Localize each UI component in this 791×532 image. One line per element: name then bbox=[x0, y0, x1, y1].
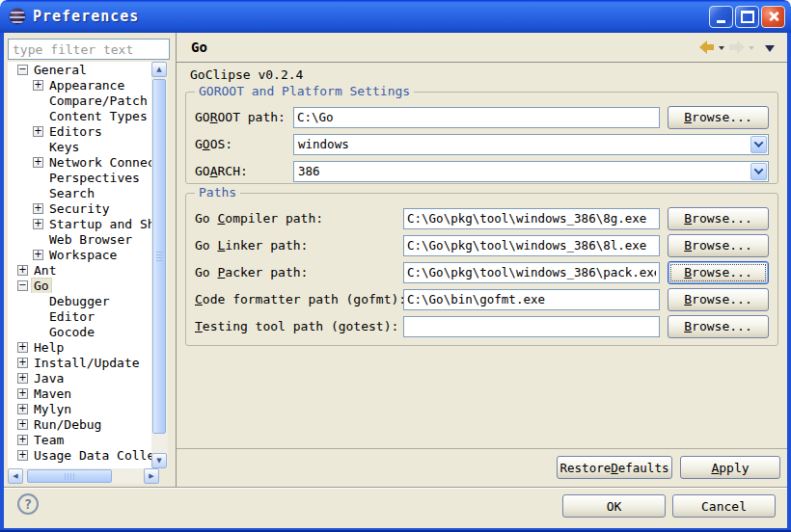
tree-expander-icon[interactable] bbox=[17, 373, 28, 384]
browse-button[interactable]: Browse... bbox=[668, 261, 769, 284]
tree-item[interactable]: Content Types bbox=[8, 108, 151, 123]
view-menu-icon[interactable] bbox=[765, 45, 775, 57]
tree-item[interactable]: Debugger bbox=[8, 293, 151, 308]
chevron-down-icon[interactable] bbox=[750, 163, 767, 180]
cancel-button[interactable]: Cancel bbox=[672, 494, 776, 518]
back-dropdown-icon[interactable] bbox=[719, 46, 724, 53]
tree-item[interactable]: Editors bbox=[8, 123, 151, 139]
forward-arrow-icon[interactable] bbox=[729, 40, 744, 54]
tree-item[interactable]: Ant bbox=[8, 262, 151, 278]
tree-item-label: Startup and Shu bbox=[47, 217, 151, 231]
tree-item[interactable]: Keys bbox=[8, 139, 151, 154]
help-button[interactable]: ? bbox=[17, 493, 39, 515]
preferences-dialog: Preferences General Appearance Compare/P… bbox=[0, 0, 791, 532]
tree-item-label: Debugger bbox=[47, 294, 112, 308]
browse-button[interactable]: Browse... bbox=[668, 106, 769, 129]
scroll-right-icon[interactable]: ▶ bbox=[144, 468, 159, 484]
forward-dropdown-icon[interactable] bbox=[749, 46, 754, 53]
tree-item[interactable]: Network Connect bbox=[8, 154, 151, 170]
tree-expander-icon[interactable] bbox=[17, 435, 28, 445]
tree-item[interactable]: Search bbox=[8, 185, 151, 200]
restore-defaults-button[interactable]: Restore Defaults bbox=[557, 456, 672, 479]
tree-expander-icon[interactable] bbox=[33, 157, 43, 168]
browse-button[interactable]: Browse... bbox=[668, 288, 769, 311]
tree-item[interactable]: Install/Update bbox=[8, 355, 151, 370]
browse-button[interactable]: Browse... bbox=[668, 234, 769, 257]
pane-separator[interactable] bbox=[176, 33, 177, 487]
chevron-down-icon[interactable] bbox=[750, 136, 767, 153]
page-header: Go bbox=[177, 33, 787, 63]
tree-expander-icon[interactable] bbox=[17, 358, 28, 368]
tree-item[interactable]: Compare/Patch bbox=[8, 93, 151, 108]
tree-vertical-scrollbar[interactable]: ▲ ▼ bbox=[151, 62, 168, 468]
path-input[interactable] bbox=[403, 289, 660, 310]
tree-expander-icon[interactable] bbox=[17, 450, 28, 461]
path-input[interactable] bbox=[293, 107, 660, 128]
browse-button[interactable]: Browse... bbox=[668, 207, 769, 230]
title-bar[interactable]: Preferences bbox=[0, 0, 791, 33]
tree-expander-icon[interactable] bbox=[33, 126, 43, 137]
browse-button[interactable]: Browse... bbox=[668, 315, 769, 338]
group-title: GOROOT and Platform Settings bbox=[195, 84, 414, 98]
minimize-button[interactable] bbox=[709, 6, 733, 28]
scroll-down-icon[interactable]: ▼ bbox=[151, 453, 167, 468]
back-arrow-icon[interactable] bbox=[699, 40, 714, 54]
vertical-scroll-thumb[interactable] bbox=[152, 79, 166, 434]
tree-expander-icon[interactable] bbox=[17, 342, 28, 353]
tree-expander-icon[interactable] bbox=[33, 250, 43, 260]
tree-item[interactable]: Gocode bbox=[8, 324, 151, 339]
filter-input[interactable] bbox=[8, 39, 170, 60]
tree-item-label: Help bbox=[32, 340, 66, 355]
form-row: Go Linker path: C:\Go\pkg\tool\windows_3… bbox=[195, 234, 769, 256]
tree-item[interactable]: Perspectives bbox=[8, 170, 151, 185]
tree-expander-icon[interactable] bbox=[17, 265, 28, 276]
tree-item[interactable]: Go bbox=[8, 278, 151, 293]
path-input[interactable] bbox=[403, 235, 660, 256]
combo-select[interactable]: 386 bbox=[293, 161, 769, 182]
tree-horizontal-scrollbar[interactable]: ◀ ▶ bbox=[8, 468, 159, 484]
tree-expander-icon[interactable] bbox=[17, 280, 28, 291]
window-border-right bbox=[787, 33, 791, 532]
path-input[interactable] bbox=[403, 316, 660, 337]
tree-item[interactable]: Web Browser bbox=[8, 231, 151, 247]
apply-button[interactable]: Apply bbox=[680, 456, 780, 479]
tree-item[interactable]: Workspace bbox=[8, 247, 151, 262]
group-title: Paths bbox=[195, 185, 240, 200]
tree-expander-icon[interactable] bbox=[33, 219, 43, 229]
scroll-left-icon[interactable]: ◀ bbox=[8, 468, 23, 484]
horizontal-scroll-thumb[interactable] bbox=[27, 469, 112, 483]
tree-expander-icon[interactable] bbox=[33, 203, 43, 214]
combo-select[interactable]: windows bbox=[293, 134, 769, 155]
tree-item[interactable]: Java bbox=[8, 370, 151, 386]
tree-expander-icon[interactable] bbox=[17, 404, 28, 414]
tree-item-label: Perspectives bbox=[47, 171, 142, 185]
form-row: Testing tool path (gotest): Browse... bbox=[195, 315, 769, 337]
tree-item[interactable]: Appearance bbox=[8, 77, 151, 93]
tree-expander-icon[interactable] bbox=[17, 419, 28, 430]
tree-item[interactable]: Team bbox=[8, 432, 151, 447]
tree-expander-icon[interactable] bbox=[17, 65, 28, 75]
tree-item[interactable]: Editor bbox=[8, 308, 151, 324]
tree-item[interactable]: Help bbox=[8, 339, 151, 355]
field-label: Go Compiler path: bbox=[195, 211, 403, 226]
ok-button[interactable]: OK bbox=[562, 494, 666, 518]
tree-item-label: Team bbox=[32, 433, 66, 447]
tree-item[interactable]: General bbox=[8, 62, 151, 77]
window-controls bbox=[709, 6, 791, 28]
tree-item-label: Content Types bbox=[47, 109, 150, 123]
tree-expander-icon[interactable] bbox=[33, 80, 43, 91]
tree-expander-icon[interactable] bbox=[17, 388, 28, 399]
scroll-up-icon[interactable]: ▲ bbox=[151, 62, 167, 77]
preferences-tree: General Appearance Compare/Patch Content… bbox=[8, 62, 151, 468]
tree-item[interactable]: Mylyn bbox=[8, 401, 151, 416]
close-button[interactable] bbox=[761, 6, 785, 28]
tree-item[interactable]: Startup and Shu bbox=[8, 216, 151, 231]
path-input[interactable] bbox=[403, 208, 660, 229]
tree-item[interactable]: Security bbox=[8, 200, 151, 216]
maximize-button[interactable] bbox=[735, 6, 759, 28]
tree-item[interactable]: Usage Data Collect bbox=[8, 447, 151, 463]
tree-item[interactable]: Run/Debug bbox=[8, 416, 151, 432]
form-row: Code formatter path (gofmt): C:\Go\bin\g… bbox=[195, 288, 769, 310]
path-input[interactable] bbox=[403, 262, 660, 283]
tree-item[interactable]: Maven bbox=[8, 386, 151, 401]
